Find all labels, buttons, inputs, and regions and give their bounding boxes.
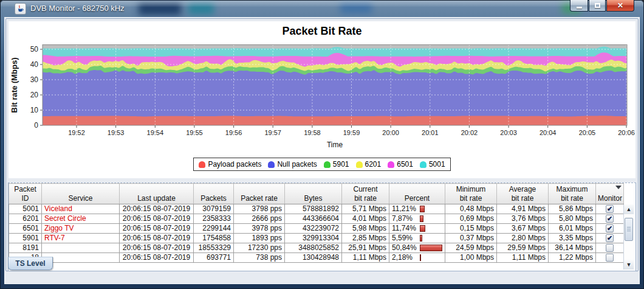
cell-current[interactable]: 2,85 Mbps <box>342 234 389 243</box>
column-header-monitor[interactable]: Monitor <box>596 184 624 204</box>
minimize-button[interactable] <box>570 0 588 12</box>
cell-packets[interactable]: 2358333 <box>194 214 234 224</box>
cell-percent[interactable]: 11,21% <box>389 204 445 214</box>
cell-bytes[interactable]: 3488025852 <box>285 243 342 253</box>
cell-last-update[interactable]: 20:06:15 08-07-2019 <box>120 214 194 224</box>
column-header-packet-id[interactable]: Packet ID <box>9 184 42 204</box>
scrollbar-track[interactable] <box>624 214 634 260</box>
titlebar[interactable]: DVB Monitor - 682750 kHz ✕ <box>0 0 644 17</box>
cell-packet-rate[interactable]: 3978 pps <box>234 224 285 234</box>
cell-last-update[interactable]: 20:06:15 08-07-2019 <box>120 204 194 214</box>
cell-max[interactable]: 5,86 Mbps <box>549 204 596 214</box>
cell-last-update[interactable]: 20:06:15 08-07-2019 <box>120 224 194 234</box>
cell-bytes[interactable]: 432239072 <box>285 224 342 234</box>
cell-min[interactable]: 0,15 Mbps <box>445 224 497 234</box>
cell-monitor[interactable]: ✔ <box>596 214 624 224</box>
cell-current[interactable]: 5,71 Mbps <box>342 204 389 214</box>
column-header-packets[interactable]: Packets <box>194 184 234 204</box>
cell-last-update[interactable]: 20:06:15 08-07-2019 <box>120 243 194 253</box>
cell-service[interactable]: Viceland <box>42 204 120 214</box>
column-header-min[interactable]: Minimum bit rate <box>445 184 497 204</box>
cell-percent[interactable]: 50,84% <box>389 243 445 253</box>
stacked-area-chart[interactable]: 19:5219:5319:5419:5519:5619:5719:5819:59… <box>9 40 637 159</box>
cell-min[interactable]: 0,37 Mbps <box>445 234 497 243</box>
table-row[interactable]: 6501Ziggo TV20:06:15 08-07-2019229914439… <box>9 224 624 234</box>
cell-service[interactable]: Secret Circle <box>42 214 120 224</box>
cell-max[interactable]: 5,80 Mbps <box>549 214 596 224</box>
y-axis-title: Bit rate (Mbps) <box>10 58 19 113</box>
cell-avg[interactable]: 29,59 Mbps <box>497 243 549 253</box>
cell-packet-rate[interactable]: 3798 pps <box>234 204 285 214</box>
cell-monitor[interactable] <box>596 243 624 253</box>
cell-packet-id[interactable]: 6501 <box>9 224 42 234</box>
cell-min[interactable]: 24,59 Mbps <box>445 243 497 253</box>
cell-bytes[interactable]: 443366604 <box>285 214 342 224</box>
cell-current[interactable]: 25,91 Mbps <box>342 243 389 253</box>
cell-avg[interactable]: 2,80 Mbps <box>497 234 549 243</box>
column-header-packet-rate[interactable]: Packet rate <box>234 184 285 204</box>
column-header-last-update[interactable]: Last update <box>120 184 194 204</box>
cell-packet-id[interactable]: 5901 <box>9 234 42 243</box>
cell-min[interactable]: 0,69 Mbps <box>445 214 497 224</box>
cell-packet-rate[interactable]: 17230 pps <box>234 243 285 253</box>
cell-avg[interactable]: 3,76 Mbps <box>497 214 549 224</box>
cell-avg[interactable]: 3,67 Mbps <box>497 224 549 234</box>
column-header-bytes[interactable]: Bytes <box>285 184 342 204</box>
column-header-avg[interactable]: Average bit rate <box>497 184 549 204</box>
cell-packet-id[interactable]: 8191 <box>9 243 42 253</box>
cell-packet-rate[interactable]: 1893 pps <box>234 234 285 243</box>
cell-packets[interactable]: 3079159 <box>194 204 234 214</box>
cell-current[interactable]: 5,98 Mbps <box>342 224 389 234</box>
cell-monitor[interactable]: ✔ <box>596 224 624 234</box>
maximize-button[interactable] <box>589 0 606 12</box>
cell-percent[interactable]: 11,74% <box>389 224 445 234</box>
cell-packets[interactable]: 18553329 <box>194 243 234 253</box>
x-tick-label: 19:56 <box>225 129 242 136</box>
column-header-max[interactable]: Maximum bit rate <box>549 184 596 204</box>
monitor-checkbox-checked[interactable]: ✔ <box>606 205 614 213</box>
cell-service[interactable] <box>42 243 120 253</box>
x-tick-label: 19:59 <box>343 129 360 136</box>
column-header-service[interactable]: Service <box>42 184 120 204</box>
cell-service[interactable]: RTV-7 <box>42 234 120 243</box>
percent-text: 50,84% <box>392 243 417 252</box>
sort-arrow-icon[interactable] <box>615 186 622 189</box>
cell-max[interactable]: 6,01 Mbps <box>549 224 596 234</box>
cell-bytes[interactable]: 329913304 <box>285 234 342 243</box>
column-header-percent[interactable]: Percent <box>389 184 445 204</box>
monitor-checkbox-checked[interactable]: ✔ <box>606 225 614 232</box>
monitor-checkbox-checked[interactable]: ✔ <box>606 234 614 242</box>
cell-monitor[interactable]: ✔ <box>596 204 624 214</box>
cell-max[interactable]: 36,14 Mbps <box>549 243 596 253</box>
tab-ts-level[interactable]: TS Level <box>8 257 53 270</box>
percent-bar <box>420 225 425 232</box>
cell-min[interactable]: 0,48 Mbps <box>445 204 497 214</box>
table-row[interactable]: 819120:06:15 08-07-20191855332917230 pps… <box>9 243 624 253</box>
cell-packets[interactable]: 2299144 <box>194 224 234 234</box>
cell-packet-rate[interactable]: 2666 pps <box>234 214 285 224</box>
scrollbar-thumb[interactable] <box>625 218 633 241</box>
cell-monitor[interactable]: ✔ <box>596 234 624 243</box>
table-row[interactable]: 5901RTV-720:06:15 08-07-201917548581893 … <box>9 234 624 243</box>
cell-packet-id[interactable]: 5001 <box>9 204 42 214</box>
monitor-checkbox-checked[interactable]: ✔ <box>606 215 614 223</box>
cell-bytes[interactable]: 578881892 <box>285 204 342 214</box>
monitor-checkbox-unchecked[interactable] <box>606 244 614 252</box>
dvb-monitor-window: DVB Monitor - 682750 kHz ✕ Packet Bit Ra… <box>0 0 644 289</box>
percent-bar <box>420 235 422 242</box>
cell-packet-id[interactable]: 6201 <box>9 214 42 224</box>
cell-service[interactable]: Ziggo TV <box>42 224 120 234</box>
tabbed-pane-content: Packet Bit Rate 19:5219:5319:5419:5519:5… <box>5 18 639 271</box>
column-header-current[interactable]: Current bit rate <box>342 184 389 204</box>
cell-last-update[interactable]: 20:06:15 08-07-2019 <box>120 234 194 243</box>
cell-current[interactable]: 4,01 Mbps <box>342 214 389 224</box>
table-row[interactable]: 5001Viceland20:06:15 08-07-2019307915937… <box>9 204 624 214</box>
cell-max[interactable]: 3,35 Mbps <box>549 234 596 243</box>
cell-packets[interactable]: 1754858 <box>194 234 234 243</box>
scroll-up-button[interactable]: ▲ <box>624 204 634 214</box>
cell-avg[interactable]: 4,91 Mbps <box>497 204 549 214</box>
table-row[interactable]: 6201Secret Circle20:06:15 08-07-20192358… <box>9 214 624 224</box>
cell-percent[interactable]: 7,87% <box>389 214 445 224</box>
cell-percent[interactable]: 5,59% <box>389 234 445 243</box>
close-button[interactable]: ✕ <box>606 0 634 12</box>
